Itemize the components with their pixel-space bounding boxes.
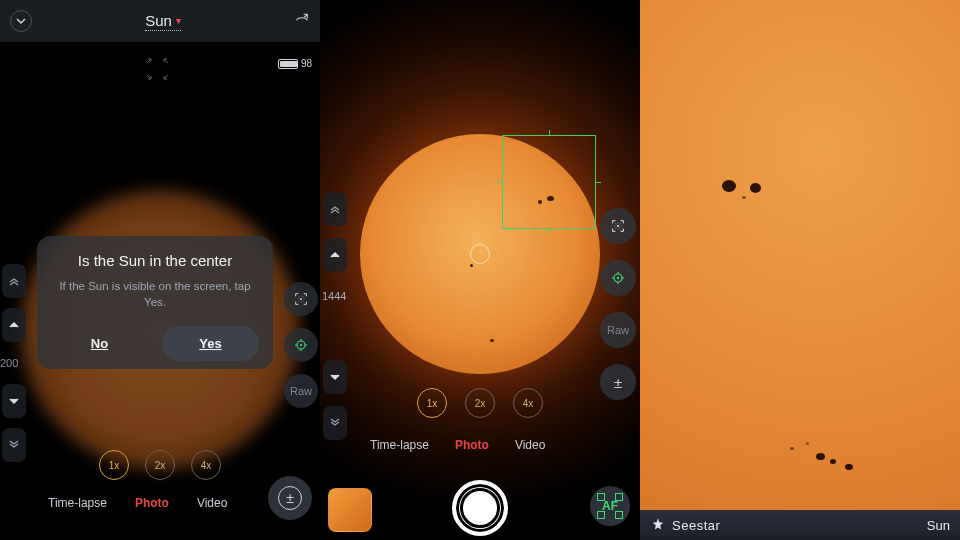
mode-timelapse[interactable]: Time-lapse — [370, 438, 429, 452]
screenshot-middle: 1444 Raw ± 1x 2x 4x — [320, 0, 640, 540]
dialog-no-button[interactable]: No — [51, 326, 148, 361]
sunspot — [845, 464, 853, 470]
exposure-down-button[interactable] — [323, 360, 347, 394]
sunspot — [722, 180, 736, 192]
tracking-button[interactable] — [600, 260, 636, 296]
watermark-target: Sun — [927, 518, 950, 533]
dialog-title: Is the Sun in the center — [78, 252, 232, 269]
dialog-body: If the Sun is visible on the screen, tap… — [51, 279, 259, 310]
exposure-value: 1444 — [322, 290, 346, 302]
zoom-1x[interactable]: 1x — [417, 388, 447, 418]
mode-photo[interactable]: Photo — [455, 438, 489, 452]
dialog-yes-button[interactable]: Yes — [162, 326, 259, 361]
mode-video[interactable]: Video — [515, 438, 545, 452]
exposure-up-button[interactable] — [323, 238, 347, 272]
brand-label: Seestar — [650, 517, 720, 533]
adjust-button[interactable]: ± — [600, 364, 636, 400]
autofocus-button[interactable]: AF — [590, 486, 630, 526]
watermark-bar: Seestar Sun — [640, 510, 960, 540]
screenshot-right: Seestar Sun — [640, 0, 960, 540]
capture-mode-selector: Time-lapse Photo Video — [370, 438, 545, 452]
zoom-selector: 1x 2x 4x — [417, 388, 543, 418]
crosshair-icon — [610, 270, 626, 286]
plus-minus-icon: ± — [614, 374, 622, 391]
exposure-fast-down-button[interactable] — [323, 406, 347, 440]
star-icon — [650, 517, 666, 533]
sunspot — [470, 264, 473, 267]
center-reticle-icon — [470, 244, 490, 264]
gallery-thumbnail[interactable] — [328, 488, 372, 532]
sunspot — [830, 459, 836, 464]
sunspot — [742, 196, 746, 199]
exposure-controls-up — [323, 192, 347, 272]
right-tool-column: Raw ± — [600, 208, 636, 400]
shutter-button[interactable] — [452, 480, 508, 536]
focus-region-frame[interactable] — [502, 135, 596, 229]
sunspot — [490, 339, 494, 342]
raw-toggle-button[interactable]: Raw — [600, 312, 636, 348]
sparkle-focus-icon — [610, 218, 626, 234]
svg-point-3 — [617, 225, 619, 227]
sunspot — [816, 453, 825, 460]
exposure-fast-up-button[interactable] — [323, 192, 347, 226]
sunspot — [750, 183, 761, 193]
zoom-2x[interactable]: 2x — [465, 388, 495, 418]
zoom-4x[interactable]: 4x — [513, 388, 543, 418]
sunspot — [806, 442, 809, 445]
svg-point-5 — [617, 277, 619, 279]
center-sun-dialog: Is the Sun in the center If the Sun is v… — [37, 236, 273, 369]
screenshot-left: Sun ▾ 98 200 — [0, 0, 320, 540]
exposure-controls-down — [323, 360, 347, 440]
enhance-button[interactable] — [600, 208, 636, 244]
sunspot — [790, 447, 794, 450]
sun-closeup — [640, 0, 960, 540]
